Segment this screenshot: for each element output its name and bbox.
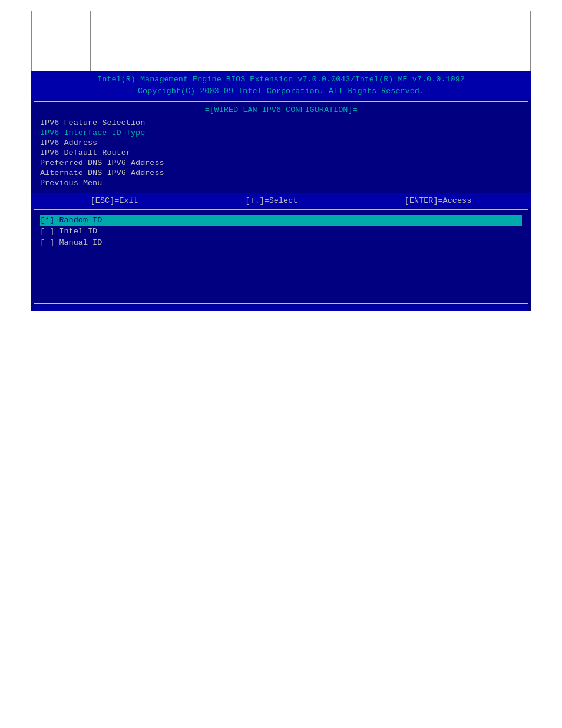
- table-cell: [32, 31, 91, 51]
- bios-main-panel: =[WIRED LAN IPV6 CONFIGURATION]= IPV6 Fe…: [34, 101, 528, 192]
- menu-item-alternate-dns[interactable]: Alternate DNS IPV6 Address: [40, 168, 522, 178]
- table-cell: [91, 11, 531, 31]
- bios-menu-title: =[WIRED LAN IPV6 CONFIGURATION]=: [40, 106, 522, 114]
- bios-header-line1: Intel(R) Management Engine BIOS Extensio…: [35, 74, 527, 85]
- menu-item-ipv6-interface[interactable]: IPV6 Interface ID Type: [40, 128, 522, 138]
- nav-enter: [ENTER]=Access: [405, 196, 471, 205]
- table-cell: [32, 51, 91, 71]
- menu-item-preferred-dns[interactable]: Preferred DNS IPV6 Address: [40, 158, 522, 168]
- table-cell: [91, 51, 531, 71]
- popup-item-manual[interactable]: [ ] Manual ID: [40, 237, 522, 248]
- popup-item-random[interactable]: [*] Random ID: [40, 215, 522, 226]
- menu-item-ipv6-router[interactable]: IPV6 Default Router: [40, 148, 522, 158]
- popup-item-intel[interactable]: [ ] Intel ID: [40, 226, 522, 237]
- bios-header-line2: Copyright(C) 2003-09 Intel Corporation. …: [35, 85, 527, 97]
- bios-header: Intel(R) Management Engine BIOS Extensio…: [31, 71, 531, 100]
- table-row: [32, 31, 531, 51]
- bios-bottom-bar: [34, 305, 528, 311]
- table-row: [32, 11, 531, 31]
- menu-item-previous[interactable]: Previous Menu: [40, 178, 522, 188]
- table-cell: [32, 11, 91, 31]
- menu-item-ipv6-address[interactable]: IPV6 Address: [40, 138, 522, 148]
- white-space: [0, 312, 562, 666]
- table-cell: [91, 31, 531, 51]
- nav-arrows: [↑↓]=Select: [245, 196, 297, 205]
- bios-screen: Intel(R) Management Engine BIOS Extensio…: [31, 71, 531, 311]
- nav-esc: [ESC]=Exit: [91, 196, 138, 205]
- menu-item-ipv6-feature[interactable]: IPV6 Feature Selection: [40, 118, 522, 128]
- bios-nav-bar: [ESC]=Exit [↑↓]=Select [ENTER]=Access: [31, 193, 531, 208]
- table-row: [32, 51, 531, 71]
- bios-popup-panel: [*] Random ID [ ] Intel ID [ ] Manual ID: [34, 209, 528, 304]
- top-table: [31, 11, 531, 71]
